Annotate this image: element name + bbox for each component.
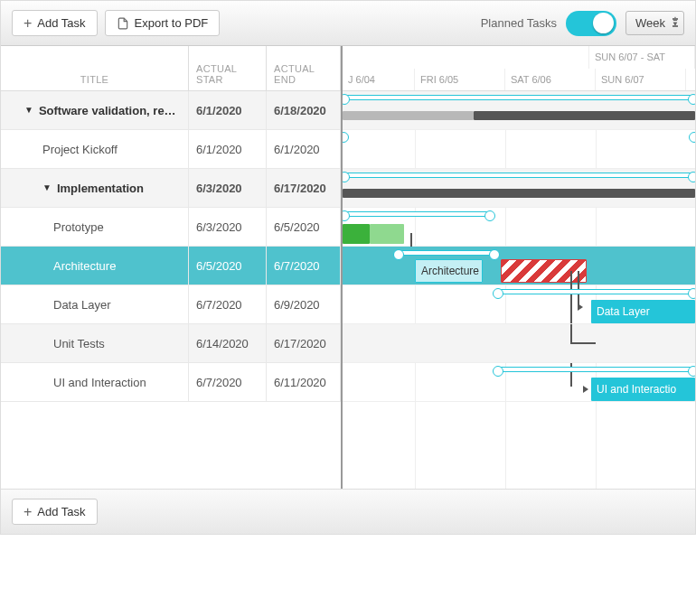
- add-task-button-footer[interactable]: + Add Task: [12, 499, 98, 525]
- cell-actual-end[interactable]: 6/1/2020: [267, 130, 341, 168]
- cell-title[interactable]: Project Kickoff: [1, 130, 189, 168]
- timeline-header: SUN 6/07 - SAT J 6/04FRI 6/05SAT 6/06SUN…: [343, 46, 695, 91]
- table-rows: ▼Software validation, re…6/1/20206/18/20…: [1, 91, 341, 402]
- cell-actual-end[interactable]: 6/17/2020: [267, 324, 341, 362]
- task-bar-data-layer[interactable]: Data Layer: [591, 300, 695, 323]
- timeline-group: SUN 6/07 - SAT: [589, 46, 695, 69]
- add-task-label: Add Task: [37, 505, 85, 518]
- cell-actual-start[interactable]: 6/5/2020: [189, 247, 267, 285]
- table-row[interactable]: Prototype6/3/20206/5/2020: [1, 208, 341, 247]
- footer: + Add Task: [1, 489, 695, 534]
- cell-title[interactable]: Unit Tests: [1, 324, 189, 362]
- table-row[interactable]: Data Layer6/7/20206/9/2020: [1, 285, 341, 324]
- cell-actual-end[interactable]: 6/17/2020: [267, 169, 341, 207]
- planned-tasks-label: Planned Tasks: [481, 16, 557, 30]
- chart-row[interactable]: [343, 91, 695, 130]
- cell-actual-end[interactable]: 6/9/2020: [267, 285, 341, 323]
- row-title: Implementation: [57, 182, 144, 195]
- planned-bar[interactable]: [343, 95, 695, 100]
- export-pdf-label: Export to PDF: [135, 16, 209, 30]
- scale-value: Week: [635, 16, 665, 30]
- pdf-icon: [117, 17, 129, 30]
- chart-row[interactable]: [343, 208, 695, 247]
- table-row[interactable]: UI and Interaction6/7/20206/11/2020: [1, 363, 341, 402]
- cell-title[interactable]: Architecture: [1, 247, 189, 285]
- timeline[interactable]: SUN 6/07 - SAT J 6/04FRI 6/05SAT 6/06SUN…: [343, 46, 695, 489]
- cell-actual-start[interactable]: 6/7/2020: [189, 285, 267, 323]
- plus-icon: +: [24, 506, 32, 518]
- chevron-updown-icon: ▲▼: [672, 16, 679, 27]
- collapse-toggle-icon[interactable]: ▼: [24, 105, 33, 115]
- row-title: Prototype: [53, 220, 104, 234]
- task-bar-label: Architecture: [421, 265, 479, 277]
- gantt-chart[interactable]: Architecture Data Layer: [343, 91, 695, 489]
- task-bar[interactable]: [343, 224, 370, 244]
- table-row[interactable]: Unit Tests6/14/20206/17/2020: [1, 324, 341, 363]
- row-title: Software validation, re…: [39, 104, 176, 117]
- chart-row[interactable]: [343, 169, 695, 208]
- task-bar-architecture[interactable]: Architecture: [415, 259, 483, 283]
- cell-title[interactable]: ▼Software validation, re…: [1, 91, 189, 129]
- row-title: Unit Tests: [53, 337, 105, 350]
- chart-row[interactable]: Architecture: [343, 247, 695, 285]
- chart-row[interactable]: Data Layer: [343, 285, 695, 324]
- col-title[interactable]: TITLE: [1, 46, 189, 90]
- gantt-app: + Add Task Export to PDF Planned Tasks W…: [0, 0, 696, 535]
- cell-title[interactable]: Prototype: [1, 208, 189, 246]
- scale-select[interactable]: Week ▲▼: [625, 11, 684, 35]
- add-task-button[interactable]: + Add Task: [12, 10, 98, 36]
- chart-row[interactable]: UI and Interactio: [343, 363, 695, 402]
- chart-row[interactable]: [343, 130, 695, 169]
- table-row[interactable]: ▼Implementation6/3/20206/17/2020: [1, 169, 341, 208]
- cell-title[interactable]: Data Layer: [1, 285, 189, 323]
- col-actual-start[interactable]: ACTUAL STAR: [189, 46, 267, 90]
- summary-bar[interactable]: [343, 189, 695, 198]
- timeline-group-empty: [343, 46, 589, 69]
- cell-actual-end[interactable]: 6/18/2020: [267, 91, 341, 129]
- cell-actual-start[interactable]: 6/3/2020: [189, 208, 267, 246]
- row-title: Data Layer: [53, 298, 111, 312]
- collapse-toggle-icon[interactable]: ▼: [42, 182, 52, 192]
- table-header: TITLE ACTUAL STAR ACTUAL END: [1, 46, 341, 91]
- body: TITLE ACTUAL STAR ACTUAL END ▼Software v…: [1, 46, 695, 489]
- planned-bar[interactable]: [397, 250, 496, 256]
- timeline-day: SAT 6/06: [505, 69, 596, 91]
- task-bar-label: Data Layer: [597, 305, 650, 318]
- task-table: TITLE ACTUAL STAR ACTUAL END ▼Software v…: [1, 46, 343, 489]
- cell-actual-start[interactable]: 6/3/2020: [189, 169, 267, 207]
- row-title: Project Kickoff: [42, 143, 118, 156]
- row-title: Architecture: [53, 259, 116, 273]
- row-title: UI and Interaction: [53, 376, 146, 389]
- planned-bar[interactable]: [496, 289, 695, 294]
- cell-actual-start[interactable]: 6/7/2020: [189, 363, 267, 401]
- summary-bar[interactable]: [343, 111, 474, 120]
- timeline-day: J 6/04: [343, 69, 415, 91]
- cell-actual-end[interactable]: 6/11/2020: [267, 363, 341, 401]
- task-bar[interactable]: [370, 224, 404, 244]
- export-pdf-button[interactable]: Export to PDF: [105, 10, 221, 36]
- table-row[interactable]: Project Kickoff6/1/20206/1/2020: [1, 130, 341, 169]
- table-row[interactable]: ▼Software validation, re…6/1/20206/18/20…: [1, 91, 341, 130]
- timeline-day: SUN 6/07: [596, 69, 686, 91]
- planned-bar[interactable]: [343, 211, 492, 217]
- summary-bar[interactable]: [474, 111, 695, 120]
- table-row[interactable]: Architecture6/5/20206/7/2020: [1, 247, 341, 285]
- chart-row[interactable]: [343, 324, 695, 363]
- cell-actual-start[interactable]: 6/1/2020: [189, 91, 267, 129]
- plus-icon: +: [24, 17, 32, 29]
- col-actual-end[interactable]: ACTUAL END: [267, 46, 341, 90]
- cell-actual-end[interactable]: 6/7/2020: [267, 247, 341, 285]
- cell-actual-start[interactable]: 6/14/2020: [189, 324, 267, 362]
- cell-actual-start[interactable]: 6/1/2020: [189, 130, 267, 168]
- planned-bar[interactable]: [343, 173, 695, 178]
- cell-actual-end[interactable]: 6/5/2020: [267, 208, 341, 246]
- task-bar-ui[interactable]: UI and Interactio: [591, 378, 695, 401]
- planned-bar[interactable]: [496, 367, 695, 372]
- cell-title[interactable]: ▼Implementation: [1, 169, 189, 207]
- add-task-label: Add Task: [37, 16, 85, 30]
- toolbar: + Add Task Export to PDF Planned Tasks W…: [1, 1, 695, 46]
- task-bar-label: UI and Interactio: [597, 383, 676, 396]
- task-bar-late[interactable]: [501, 259, 587, 283]
- cell-title[interactable]: UI and Interaction: [1, 363, 189, 401]
- planned-tasks-toggle[interactable]: [566, 11, 616, 36]
